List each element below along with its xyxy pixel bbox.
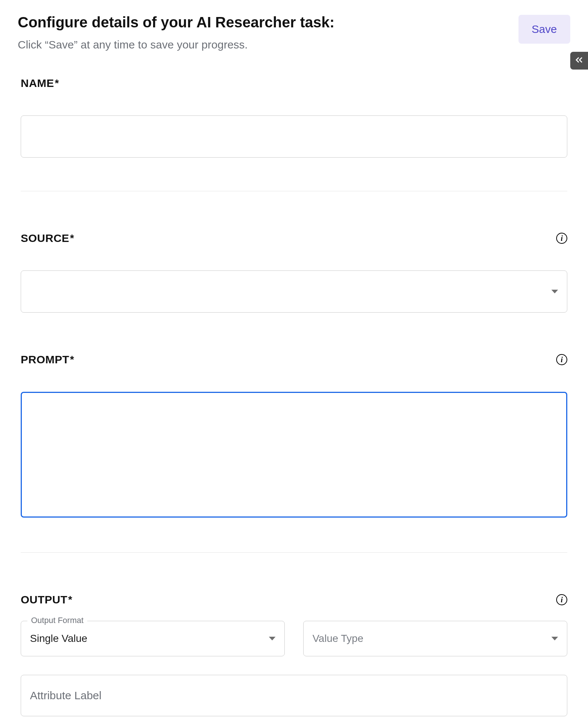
- source-select[interactable]: [21, 270, 567, 313]
- section-divider: [21, 552, 567, 553]
- name-label-text: NAME: [21, 77, 54, 90]
- collapse-panel-button[interactable]: [570, 52, 588, 70]
- value-type-select[interactable]: Value Type: [303, 621, 567, 656]
- attribute-label-placeholder: Attribute Label: [30, 689, 101, 702]
- source-label: SOURCE *: [21, 232, 74, 245]
- info-icon[interactable]: i: [556, 354, 567, 365]
- value-type-placeholder: Value Type: [312, 633, 364, 644]
- prompt-label: PROMPT *: [21, 353, 74, 366]
- required-marker: *: [68, 594, 72, 606]
- name-label: NAME *: [21, 77, 59, 90]
- page-subtitle: Click “Save” at any time to save your pr…: [18, 38, 335, 51]
- save-button[interactable]: Save: [518, 15, 570, 44]
- prompt-textarea[interactable]: [21, 392, 567, 518]
- required-marker: *: [55, 77, 59, 89]
- info-icon[interactable]: i: [556, 233, 567, 244]
- output-format-value: Single Value: [30, 633, 87, 644]
- name-input[interactable]: [21, 115, 567, 158]
- prompt-label-text: PROMPT: [21, 353, 69, 366]
- section-divider: [21, 191, 567, 191]
- caret-down-icon: [551, 637, 558, 640]
- attribute-label-input[interactable]: Attribute Label: [21, 675, 567, 716]
- source-label-text: SOURCE: [21, 232, 69, 245]
- required-marker: *: [70, 232, 74, 244]
- caret-down-icon: [551, 290, 558, 293]
- output-label-text: OUTPUT: [21, 593, 67, 606]
- output-format-select[interactable]: Single Value: [21, 621, 285, 656]
- chevron-double-left-icon: [574, 55, 584, 66]
- output-label: OUTPUT *: [21, 593, 72, 606]
- output-format-floating-label: Output Format: [27, 616, 87, 625]
- info-icon[interactable]: i: [556, 594, 567, 605]
- caret-down-icon: [269, 637, 276, 640]
- required-marker: *: [70, 354, 74, 366]
- page-title: Configure details of your AI Researcher …: [18, 13, 335, 31]
